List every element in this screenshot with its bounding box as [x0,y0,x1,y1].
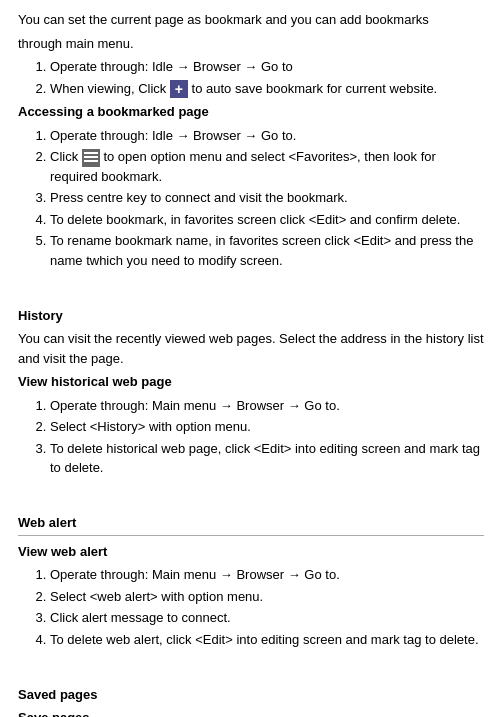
history-heading: History [18,306,484,326]
plus-icon: + [170,80,188,98]
webalert-item4: To delete web alert, click <Edit> into e… [50,630,484,650]
spacer2 [18,490,484,510]
bookmarked-item4: To delete bookmark, in favorites screen … [50,210,484,230]
bookmarked-item2: Click to open option menu and select <Fa… [50,147,484,186]
spacer3 [18,661,484,681]
bookmarked-item3: Press centre key to connect and visit th… [50,188,484,208]
webalert-subheading: View web alert [18,542,484,562]
intro-list: Operate through: Idle → Browser → Go to … [50,57,484,98]
intro-item1: Operate through: Idle → Browser → Go to [50,57,484,77]
bookmarked-list: Operate through: Idle → Browser → Go to.… [50,126,484,271]
main-content: You can set the current page as bookmark… [18,10,484,717]
intro-line1: You can set the current page as bookmark… [18,10,484,30]
bookmarked-item5: To rename bookmark name, in favorites sc… [50,231,484,270]
webalert-item1: Operate through: Main menu → Browser → G… [50,565,484,585]
history-item2: Select <History> with option menu. [50,417,484,437]
webalert-item2: Select <web alert> with option menu. [50,587,484,607]
intro-line2: through main menu. [18,34,484,54]
saved-heading2: Save pages [18,708,484,717]
intro-item2: When viewing, Click + to auto save bookm… [50,79,484,99]
intro-item2-prefix: When viewing, Click [50,81,170,96]
spacer1 [18,282,484,302]
webalert-heading: Web alert [18,513,76,533]
history-item3: To delete historical web page, click <Ed… [50,439,484,478]
history-list: Operate through: Main menu → Browser → G… [50,396,484,478]
bookmarked-heading: Accessing a bookmarked page [18,102,484,122]
intro-item2-suffix: to auto save bookmark for current websit… [188,81,437,96]
webalert-item3: Click alert message to connect. [50,608,484,628]
history-item1: Operate through: Main menu → Browser → G… [50,396,484,416]
saved-heading1: Saved pages [18,685,484,705]
history-description: You can visit the recently viewed web pa… [18,329,484,368]
bookmarked-item2-prefix: Click [50,149,82,164]
bookmarked-item2-suffix: to open option menu and select <Favorite… [50,149,436,184]
menu-icon [82,149,100,167]
webalert-list: Operate through: Main menu → Browser → G… [50,565,484,649]
bookmarked-item1: Operate through: Idle → Browser → Go to. [50,126,484,146]
history-subheading: View historical web page [18,372,484,392]
